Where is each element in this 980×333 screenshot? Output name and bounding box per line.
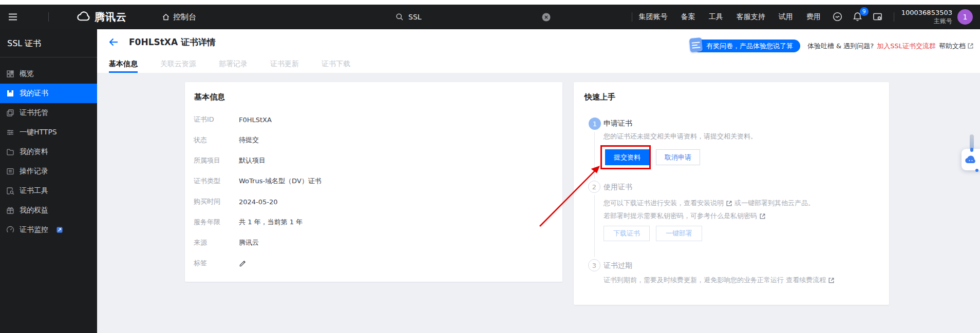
menu-item-billing[interactable]: 费用 [800, 12, 827, 22]
console-settings-icon[interactable] [868, 12, 888, 22]
tab-associated-resources[interactable]: 关联云资源 [160, 55, 196, 73]
tab-cert-download[interactable]: 证书下载 [322, 55, 350, 73]
field-label: 证书ID [194, 115, 239, 124]
search-bar[interactable]: SSL [395, 5, 551, 29]
gift-icon [6, 206, 14, 214]
search-input-value[interactable]: SSL [408, 13, 422, 21]
sliders-icon [6, 128, 14, 136]
content-area: 基本信息 证书ID F0HLStXA 状态 待提交 所属项目 默认项目 [97, 73, 980, 333]
menu-item-tools[interactable]: 工具 [702, 12, 730, 22]
field-label: 来源 [194, 238, 239, 247]
info-row-cert-id: 证书ID F0HLStXA [185, 109, 562, 130]
step-connector [594, 195, 595, 257]
step-2-desc-line2: 若部署时提示需要私钥密码，可参考什么是私钥密码 [604, 211, 766, 221]
sidebar-item-cert-tools[interactable]: 证书工具 [0, 181, 97, 201]
hamburger-menu-icon[interactable] [7, 11, 18, 23]
step-2-desc-text: 若部署时提示需要私钥密码，可参考什么是私钥密码 [604, 211, 757, 221]
sidebar-item-my-profile[interactable]: 我的资料 [0, 142, 97, 162]
tencent-cloud-logo[interactable]: 腾讯云 [77, 10, 127, 24]
submit-materials-button[interactable]: 提交资料 [605, 149, 649, 165]
external-link-icon[interactable] [759, 213, 766, 220]
folder-icon [6, 148, 14, 156]
step-2-desc-text: 或一键部署到其他云产品。 [734, 199, 815, 208]
sidebar-item-my-benefits[interactable]: 我的权益 [0, 201, 97, 220]
menu-item-icp[interactable]: 备案 [674, 12, 702, 22]
avatar[interactable]: 1 [957, 9, 973, 25]
assistant-widget-handle [970, 134, 974, 150]
step-3-circle: 3 [588, 259, 600, 271]
grid-icon [6, 70, 14, 78]
tab-cert-renewal[interactable]: 证书更新 [270, 55, 299, 73]
tab-deployment-records[interactable]: 部署记录 [219, 55, 248, 73]
basic-info-title: 基本信息 [185, 82, 562, 102]
brand-name: 腾讯云 [95, 10, 127, 24]
sidebar-item-label: 我的权益 [20, 206, 48, 215]
cancel-application-button[interactable]: 取消申请 [656, 149, 700, 165]
sidebar-item-label: 操作记录 [20, 167, 48, 176]
service-status-icon[interactable] [827, 12, 847, 22]
step-1-title: 申请证书 [604, 119, 632, 128]
assistant-status-dot [975, 169, 978, 172]
topbar-right-menu: 集团账号 备案 工具 客服支持 试用 费用 9 100036853503 主账号… [632, 9, 973, 25]
menu-item-support[interactable]: 客服支持 [730, 12, 772, 22]
join-group-link[interactable]: 加入SSL证书交流群 [877, 42, 936, 51]
field-label: 状态 [194, 135, 239, 145]
info-row-tags: 标签 [185, 253, 562, 273]
external-link-icon[interactable] [828, 277, 835, 284]
field-label: 所属项目 [194, 156, 239, 165]
tab-bar: 基本信息 关联云资源 部署记录 证书更新 证书下载 [97, 55, 980, 73]
sidebar-title: SSL 证书 [0, 29, 97, 57]
info-row-status: 状态 待提交 [185, 130, 562, 150]
sidebar-item-label: 我的资料 [20, 147, 48, 156]
cloud-assistant-icon [965, 154, 977, 165]
survey-doc-icon [689, 37, 703, 52]
sidebar-item-cert-hosting[interactable]: 证书托管 [0, 103, 97, 123]
one-click-deploy-button[interactable]: 一键部署 [656, 226, 702, 241]
console-link[interactable]: 控制台 [162, 12, 196, 22]
notifications-bell-icon[interactable]: 9 [847, 12, 868, 22]
page-header: F0HLStXA 证书详情 有奖问卷，产品体验您说了算 体验吐槽 & 遇到问题?… [97, 29, 980, 73]
menu-item-group-account[interactable]: 集团账号 [632, 12, 674, 22]
sidebar-item-label: 概览 [20, 69, 34, 79]
sidebar-item-one-click-https[interactable]: 一键HTTPS [0, 123, 97, 142]
field-value: 2024-05-20 [239, 198, 278, 206]
field-value: 共 1 年，当前第 1 年 [239, 218, 303, 227]
field-value: F0HLStXA [239, 116, 272, 124]
step-2-circle: 2 [588, 181, 600, 193]
field-label: 证书类型 [194, 177, 239, 186]
topbar-divider [894, 12, 894, 22]
help-doc-link[interactable]: 帮助文档 [939, 42, 974, 51]
account-info[interactable]: 100036853503 主账号 [901, 9, 952, 25]
survey-banner-text: 有奖问卷，产品体验您说了算 [706, 42, 793, 51]
page-title: F0HLStXA 证书详情 [129, 36, 216, 48]
field-label: 购买时间 [194, 197, 239, 206]
info-row-project: 所属项目 默认项目 [185, 150, 562, 171]
sidebar-item-my-certificates[interactable]: 我的证书 [0, 84, 97, 103]
window-top-strip [0, 0, 980, 5]
tab-basic-info[interactable]: 基本信息 [109, 55, 138, 73]
help-doc-label: 帮助文档 [939, 42, 966, 51]
field-value: WoTrus-域名型（DV）证书 [239, 177, 322, 186]
cloud-logo-icon [77, 10, 90, 24]
sidebar-item-overview[interactable]: 概览 [0, 64, 97, 84]
sidebar-item-label: 证书工具 [20, 186, 48, 195]
step-2-title: 使用证书 [604, 183, 632, 192]
info-row-service-years: 服务年限 共 1 年，当前第 1 年 [185, 212, 562, 232]
search-icon [395, 13, 404, 21]
log-icon [6, 167, 14, 175]
step-1-desc: 您的证书还未提交相关申请资料，请提交相关资料。 [604, 132, 757, 141]
download-cert-button[interactable]: 下载证书 [604, 226, 650, 241]
step-3-title: 证书过期 [604, 261, 632, 270]
external-link-icon[interactable] [726, 200, 732, 207]
edit-tags-pencil-icon[interactable] [239, 260, 247, 267]
sidebar-item-label: 证书监控 [20, 225, 48, 234]
menu-item-trial[interactable]: 试用 [772, 12, 800, 22]
sidebar-item-operation-log[interactable]: 操作记录 [0, 162, 97, 181]
assistant-widget[interactable] [962, 149, 980, 170]
hosting-icon [6, 109, 14, 117]
survey-banner[interactable]: 有奖问卷，产品体验您说了算 [693, 40, 800, 52]
sidebar-item-cert-monitor[interactable]: 证书监控 [0, 220, 97, 240]
back-button[interactable] [108, 36, 119, 48]
step-connector [594, 132, 595, 179]
search-clear-icon[interactable] [542, 13, 551, 22]
